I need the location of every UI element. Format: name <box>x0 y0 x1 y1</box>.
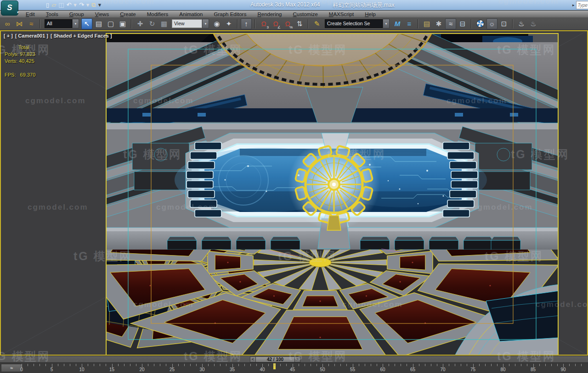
edit-named-selection-sets-icon-glyph: ✎ <box>314 20 320 27</box>
menu-item-views[interactable]: Views <box>90 11 114 18</box>
chevron-down-icon[interactable]: ▾ <box>72 19 79 28</box>
menu-item-maxscript[interactable]: MAXScript <box>323 11 359 18</box>
percent-snap-icon-badge: % <box>289 25 293 29</box>
select-and-rotate-icon[interactable]: ↻ <box>147 18 158 29</box>
track-bar[interactable]: < 42 / 100 > <box>0 356 588 362</box>
3dsmax-window: Autodesk 3ds Max 2012 x64 科幻空间站动画场景.max … <box>0 0 588 373</box>
ruler-tick <box>479 364 480 366</box>
spinner-snap-icon[interactable]: ⇅ <box>294 18 305 29</box>
render-production-icon[interactable]: ♨ <box>516 18 527 29</box>
ruler-frame-label: 60 <box>380 367 385 372</box>
snaps-toggle-icon[interactable]: Ω3 <box>258 18 269 29</box>
ruler-tick <box>118 364 119 366</box>
chevron-down-icon[interactable]: ▾ <box>202 19 209 28</box>
align-icon[interactable]: ≡ <box>404 18 415 29</box>
undo-dropdown-icon[interactable]: ▾ <box>74 1 77 9</box>
application-menu-button[interactable]: S ▾ <box>1 0 18 16</box>
ruler-tick <box>497 364 498 366</box>
menu-item-customize[interactable]: Customize <box>288 11 323 18</box>
viewport-menu-general[interactable]: [ + ] <box>4 33 13 39</box>
menu-item-create[interactable]: Create <box>114 11 141 18</box>
rectangular-selection-region-icon[interactable]: ▢ <box>105 18 116 29</box>
schematic-view-icon[interactable]: ⊟ <box>457 18 468 29</box>
project-folder-icon[interactable]: ⧉ <box>91 1 96 9</box>
toolbar-separator <box>40 19 40 28</box>
use-pivot-point-center-icon[interactable]: ◉ <box>211 18 222 29</box>
ruler-tick <box>226 364 226 366</box>
rendered-frame-window-icon[interactable]: ⊡ <box>498 18 509 29</box>
viewport[interactable]: [ + ][ Camera001 ][ Shaded + Edged Faces… <box>0 30 588 356</box>
select-object-icon[interactable]: ↖ <box>81 18 92 29</box>
ruler-tick <box>64 364 64 366</box>
stats-line: FPS: 69.370 <box>5 72 35 78</box>
ruler-tick <box>280 364 281 366</box>
named-selection-sets-dropdown[interactable]: Create Selection Se▾ <box>325 19 390 28</box>
ruler-tick <box>346 364 347 366</box>
selection-filter-dropdown[interactable]: All▾ <box>45 19 79 28</box>
select-and-manipulate-icon[interactable]: ✦ <box>223 18 234 29</box>
menu-item-edit[interactable]: Edit <box>20 11 40 18</box>
open-file-icon[interactable]: ▱ <box>51 1 56 9</box>
graphite-ribbon-icon-glyph: ✱ <box>436 20 442 27</box>
infocenter-arrow-icon[interactable]: ▸ <box>572 3 575 7</box>
menu-item-rendering[interactable]: Rendering <box>252 11 287 18</box>
ruler-tick <box>467 364 467 366</box>
menu-item-group[interactable]: Group <box>64 11 90 18</box>
viewport-menu-pov[interactable]: [ Camera001 ] <box>15 33 48 39</box>
window-crossing-icon[interactable]: ▣ <box>117 18 128 29</box>
selection-filter-dropdown-value: All <box>45 19 72 28</box>
ruler-tick <box>419 364 419 366</box>
material-editor-icon[interactable] <box>475 18 486 29</box>
mini-curve-editor-button[interactable]: ≈ <box>1 364 22 372</box>
layer-manager-icon-glyph: ▤ <box>424 20 430 27</box>
bind-to-space-warp-icon[interactable]: ≈ <box>26 18 37 29</box>
edit-named-selection-sets-icon[interactable]: ✎ <box>311 18 322 29</box>
menu-item-tools[interactable]: Tools <box>40 11 64 18</box>
redo-icon[interactable]: ↷ <box>79 1 84 9</box>
time-slider-handle[interactable]: 42 / 100 <box>256 356 294 362</box>
new-scene-icon[interactable]: ▯ <box>46 1 49 9</box>
select-and-link-icon[interactable]: ∞ <box>2 18 13 29</box>
camera-viewport-scene[interactable] <box>106 33 559 356</box>
unlink-selection-icon[interactable]: ⋈ <box>14 18 25 29</box>
graphite-ribbon-icon[interactable]: ✱ <box>433 18 444 29</box>
curve-editor-icon[interactable]: ≈ <box>445 18 456 29</box>
next-frame-button[interactable]: > <box>294 356 300 362</box>
menu-item-graph-editors[interactable]: Graph Editors <box>208 11 252 18</box>
select-and-move-icon[interactable]: ✚ <box>135 18 146 29</box>
named-selection-sets-dropdown-value: Create Selection Se <box>325 19 383 28</box>
select-and-scale-icon[interactable]: ▦ <box>158 18 170 29</box>
chevron-down-icon[interactable]: ▾ <box>383 19 390 28</box>
mirror-icon[interactable]: M <box>392 18 403 29</box>
save-file-icon[interactable]: ◫ <box>58 1 64 9</box>
select-object-icon-glyph: ↖ <box>84 20 90 27</box>
select-by-name-icon[interactable]: ▤ <box>93 18 104 29</box>
search-input[interactable] <box>576 1 588 9</box>
menu-item-help[interactable]: Help <box>359 11 381 18</box>
ruler-tick <box>70 364 70 366</box>
keyboard-shortcut-override-icon[interactable]: ↑ <box>241 18 252 29</box>
render-setup-icon[interactable]: ☼ <box>486 18 498 29</box>
undo-icon[interactable]: ↶ <box>66 1 71 9</box>
stats-line: Total <box>5 44 35 51</box>
reference-coordinate-system-dropdown[interactable]: View▾ <box>172 19 209 28</box>
menu-item-modifiers[interactable]: Modifiers <box>141 11 174 18</box>
percent-snap-icon[interactable]: Ω% <box>282 18 293 29</box>
render-iterative-icon[interactable]: ♨ <box>528 18 539 29</box>
qat-customize-icon[interactable]: ▾ <box>98 1 102 9</box>
redo-dropdown-icon[interactable]: ▾ <box>86 1 90 9</box>
energy-gear-selected[interactable] <box>288 139 380 230</box>
viewport-menu-shading[interactable]: [ Shaded + Edged Faces ] <box>51 33 112 39</box>
ruler-frame-label: 55 <box>350 367 355 372</box>
render-production-icon-glyph: ♨ <box>518 20 524 27</box>
menu-item-animation[interactable]: Animation <box>174 11 208 18</box>
ruler-tick <box>575 364 576 366</box>
ruler-tick <box>88 364 88 366</box>
previous-frame-button[interactable]: < <box>250 356 256 362</box>
timeline-ruler[interactable]: ≈ 051015202530354045505560657075808590 <box>0 362 588 373</box>
angle-snap-icon[interactable]: Ω∠ <box>270 18 281 29</box>
layer-manager-icon[interactable]: ▤ <box>421 18 432 29</box>
time-slider[interactable]: < 42 / 100 > <box>250 356 300 362</box>
ruler-tick <box>491 364 492 366</box>
ruler-tick <box>334 364 335 366</box>
